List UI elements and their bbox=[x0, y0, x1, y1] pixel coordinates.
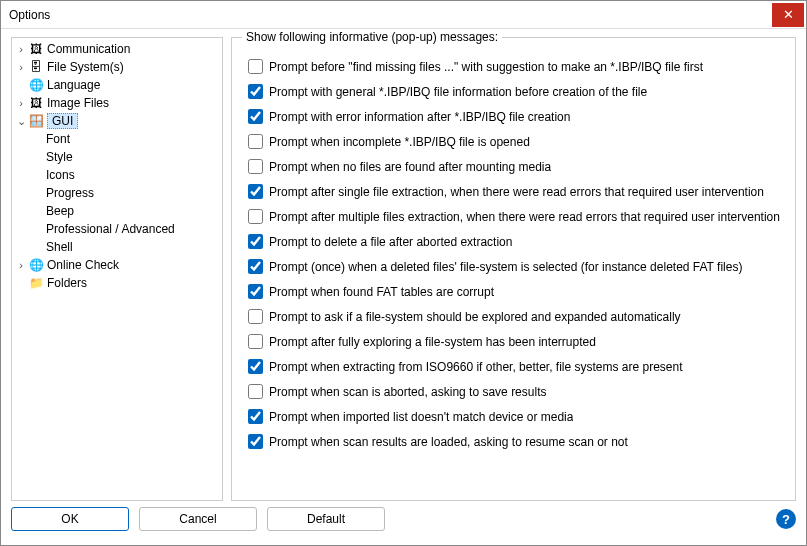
checkbox-row: Prompt when scan results are loaded, ask… bbox=[248, 431, 785, 452]
chevron-right-icon[interactable]: › bbox=[14, 259, 28, 271]
option-checkbox[interactable] bbox=[248, 259, 263, 274]
tree-label: Language bbox=[47, 78, 106, 92]
gui-icon bbox=[28, 113, 44, 129]
messages-groupbox: Show following informative (pop-up) mess… bbox=[231, 37, 796, 501]
chevron-right-icon[interactable]: › bbox=[14, 43, 28, 55]
option-checkbox[interactable] bbox=[248, 184, 263, 199]
tree-item-image-files[interactable]: › Image Files bbox=[12, 94, 222, 112]
option-label[interactable]: Prompt after single file extraction, whe… bbox=[269, 185, 764, 199]
option-label[interactable]: Prompt when scan is aborted, asking to s… bbox=[269, 385, 546, 399]
close-icon: ✕ bbox=[783, 7, 794, 22]
option-checkbox[interactable] bbox=[248, 409, 263, 424]
option-checkbox[interactable] bbox=[248, 59, 263, 74]
tree-item-style[interactable]: Style bbox=[12, 148, 222, 166]
option-label[interactable]: Prompt after multiple files extraction, … bbox=[269, 210, 780, 224]
tree-item-language[interactable]: Language bbox=[12, 76, 222, 94]
tree-label: Folders bbox=[47, 276, 93, 290]
groupbox-title: Show following informative (pop-up) mess… bbox=[242, 30, 502, 44]
tree-label: Online Check bbox=[47, 258, 125, 272]
tree-item-shell[interactable]: Shell bbox=[12, 238, 222, 256]
tree-item-folders[interactable]: Folders bbox=[12, 274, 222, 292]
option-label[interactable]: Prompt before "find missing files ..." w… bbox=[269, 60, 703, 74]
option-checkbox[interactable] bbox=[248, 109, 263, 124]
help-button[interactable]: ? bbox=[776, 509, 796, 529]
tree-item-filesystems[interactable]: › File System(s) bbox=[12, 58, 222, 76]
tree-item-font[interactable]: Font bbox=[12, 130, 222, 148]
tree-label: Image Files bbox=[47, 96, 115, 110]
tree-label: File System(s) bbox=[47, 60, 130, 74]
tree-item-gui[interactable]: ⌄ GUI bbox=[12, 112, 222, 130]
option-checkbox[interactable] bbox=[248, 234, 263, 249]
checkbox-list: Prompt before "find missing files ..." w… bbox=[248, 56, 785, 452]
option-checkbox[interactable] bbox=[248, 359, 263, 374]
option-label[interactable]: Prompt (once) when a deleted files' file… bbox=[269, 260, 742, 274]
tree-item-progress[interactable]: Progress bbox=[12, 184, 222, 202]
checkbox-row: Prompt when imported list doesn't match … bbox=[248, 406, 785, 427]
tree-label: Beep bbox=[46, 204, 80, 218]
chevron-right-icon[interactable]: › bbox=[14, 97, 28, 109]
default-button[interactable]: Default bbox=[267, 507, 385, 531]
tree-label: Progress bbox=[46, 186, 100, 200]
option-checkbox[interactable] bbox=[248, 309, 263, 324]
tree-item-online-check[interactable]: › Online Check bbox=[12, 256, 222, 274]
checkbox-row: Prompt with error information after *.IB… bbox=[248, 106, 785, 127]
option-checkbox[interactable] bbox=[248, 284, 263, 299]
option-checkbox[interactable] bbox=[248, 434, 263, 449]
checkbox-row: Prompt when incomplete *.IBP/IBQ file is… bbox=[248, 131, 785, 152]
tree-item-communication[interactable]: › Communication bbox=[12, 40, 222, 58]
option-label[interactable]: Prompt when no files are found after mou… bbox=[269, 160, 551, 174]
tree-label: Professional / Advanced bbox=[46, 222, 181, 236]
tree-label: GUI bbox=[47, 113, 78, 129]
checkbox-row: Prompt when no files are found after mou… bbox=[248, 156, 785, 177]
option-label[interactable]: Prompt when imported list doesn't match … bbox=[269, 410, 573, 424]
tree-item-professional[interactable]: Professional / Advanced bbox=[12, 220, 222, 238]
option-checkbox[interactable] bbox=[248, 209, 263, 224]
cancel-button[interactable]: Cancel bbox=[139, 507, 257, 531]
checkbox-row: Prompt (once) when a deleted files' file… bbox=[248, 256, 785, 277]
option-checkbox[interactable] bbox=[248, 384, 263, 399]
option-checkbox[interactable] bbox=[248, 84, 263, 99]
tree-label: Style bbox=[46, 150, 79, 164]
option-label[interactable]: Prompt after fully exploring a file-syst… bbox=[269, 335, 596, 349]
checkbox-row: Prompt when extracting from ISO9660 if o… bbox=[248, 356, 785, 377]
tree-label: Font bbox=[46, 132, 76, 146]
checkbox-row: Prompt when found FAT tables are corrupt bbox=[248, 281, 785, 302]
titlebar: Options ✕ bbox=[1, 1, 806, 29]
option-checkbox[interactable] bbox=[248, 134, 263, 149]
option-label[interactable]: Prompt when extracting from ISO9660 if o… bbox=[269, 360, 683, 374]
checkbox-row: Prompt with general *.IBP/IBQ file infor… bbox=[248, 81, 785, 102]
help-icon: ? bbox=[782, 512, 790, 527]
comm-icon bbox=[28, 41, 44, 57]
button-bar: OK Cancel Default ? bbox=[1, 505, 806, 539]
checkbox-row: Prompt before "find missing files ..." w… bbox=[248, 56, 785, 77]
window-title: Options bbox=[9, 8, 772, 22]
checkbox-row: Prompt to delete a file after aborted ex… bbox=[248, 231, 785, 252]
tree-item-icons[interactable]: Icons bbox=[12, 166, 222, 184]
option-checkbox[interactable] bbox=[248, 334, 263, 349]
checkbox-row: Prompt after multiple files extraction, … bbox=[248, 206, 785, 227]
checkbox-row: Prompt to ask if a file-system should be… bbox=[248, 306, 785, 327]
option-label[interactable]: Prompt to delete a file after aborted ex… bbox=[269, 235, 512, 249]
option-checkbox[interactable] bbox=[248, 159, 263, 174]
chevron-right-icon[interactable]: › bbox=[14, 61, 28, 73]
ok-button[interactable]: OK bbox=[11, 507, 129, 531]
option-label[interactable]: Prompt when scan results are loaded, ask… bbox=[269, 435, 628, 449]
chevron-down-icon[interactable]: ⌄ bbox=[14, 115, 28, 128]
tree-label: Shell bbox=[46, 240, 79, 254]
option-label[interactable]: Prompt to ask if a file-system should be… bbox=[269, 310, 681, 324]
language-icon bbox=[28, 77, 44, 93]
filesystem-icon bbox=[28, 59, 44, 75]
tree-item-beep[interactable]: Beep bbox=[12, 202, 222, 220]
option-label[interactable]: Prompt when incomplete *.IBP/IBQ file is… bbox=[269, 135, 530, 149]
option-label[interactable]: Prompt when found FAT tables are corrupt bbox=[269, 285, 494, 299]
checkbox-row: Prompt after single file extraction, whe… bbox=[248, 181, 785, 202]
tree-label: Communication bbox=[47, 42, 136, 56]
close-button[interactable]: ✕ bbox=[772, 3, 804, 27]
category-tree[interactable]: › Communication › File System(s) Languag… bbox=[11, 37, 223, 501]
tree-label: Icons bbox=[46, 168, 81, 182]
image-files-icon bbox=[28, 95, 44, 111]
option-label[interactable]: Prompt with error information after *.IB… bbox=[269, 110, 570, 124]
folders-icon bbox=[28, 275, 44, 291]
main-area: › Communication › File System(s) Languag… bbox=[1, 29, 806, 505]
option-label[interactable]: Prompt with general *.IBP/IBQ file infor… bbox=[269, 85, 647, 99]
